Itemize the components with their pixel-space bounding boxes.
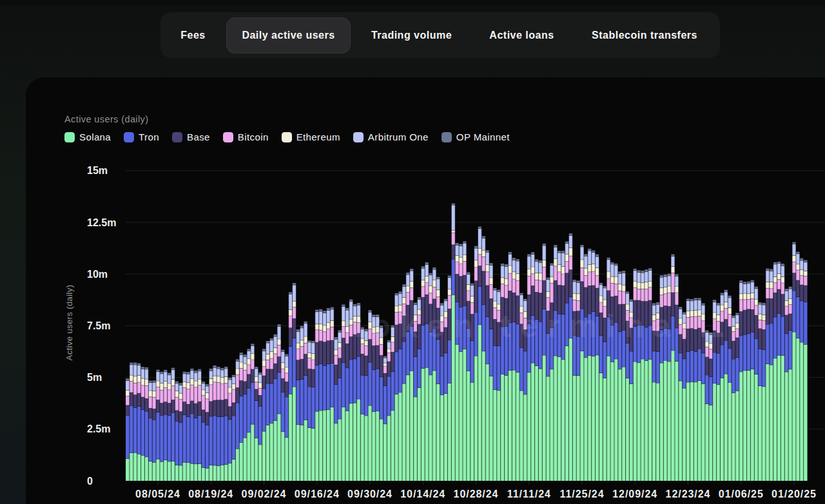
svg-text:token terminal: token terminal	[351, 308, 698, 344]
svg-text:10/28/24: 10/28/24	[454, 489, 499, 499]
svg-text:2.5m: 2.5m	[87, 423, 110, 434]
svg-text:Active users (daily): Active users (daily)	[64, 285, 74, 361]
svg-text:12/23/24: 12/23/24	[666, 489, 711, 499]
svg-text:5m: 5m	[87, 372, 102, 383]
svg-text:11/11/24: 11/11/24	[507, 489, 551, 499]
svg-text:01/20/25: 01/20/25	[772, 489, 817, 499]
svg-text:08/05/24: 08/05/24	[135, 489, 180, 499]
svg-text:09/30/24: 09/30/24	[347, 489, 393, 499]
svg-text:10m: 10m	[87, 269, 108, 280]
svg-text:15m: 15m	[87, 165, 108, 176]
svg-text:01/06/25: 01/06/25	[719, 489, 764, 499]
svg-text:7.5m: 7.5m	[87, 320, 110, 331]
svg-text:0: 0	[87, 476, 93, 487]
svg-text:09/16/24: 09/16/24	[295, 489, 340, 499]
svg-text:09/02/24: 09/02/24	[242, 489, 287, 499]
svg-text:12.5m: 12.5m	[87, 217, 116, 228]
svg-text:11/25/24: 11/25/24	[560, 489, 605, 499]
svg-text:10/14/24: 10/14/24	[400, 489, 445, 499]
svg-text:12/09/24: 12/09/24	[612, 489, 657, 499]
svg-text:08/19/24: 08/19/24	[188, 489, 233, 499]
